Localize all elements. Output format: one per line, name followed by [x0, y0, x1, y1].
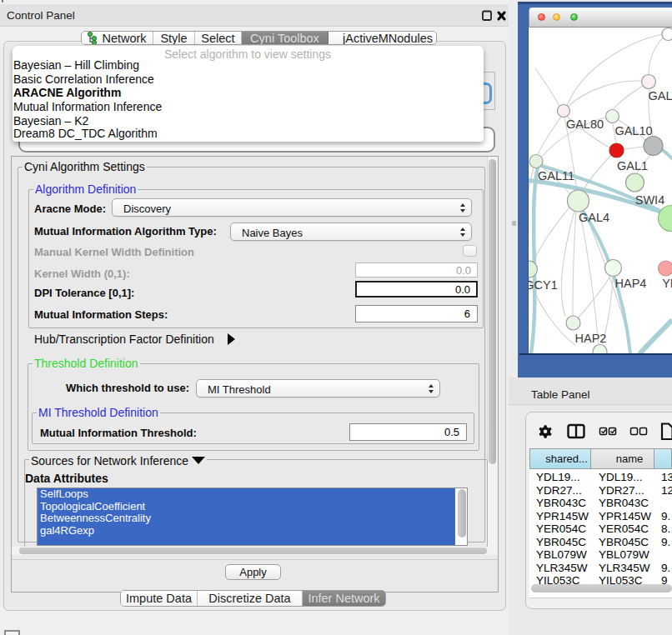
svg-text:GAL11: GAL11	[538, 169, 574, 182]
svg-text:GAL80: GAL80	[566, 118, 604, 131]
svg-text:GAL7: GAL7	[648, 89, 672, 102]
svg-text:HAP4: HAP4	[615, 277, 647, 290]
svg-text:GAL10: GAL10	[614, 124, 652, 138]
svg-text:HAP2: HAP2	[575, 332, 607, 345]
svg-text:GAL4: GAL4	[579, 211, 609, 224]
svg-text:GAL1: GAL1	[617, 159, 648, 172]
svg-text:GCY1: GCY1	[529, 278, 558, 292]
svg-text:YM: YM	[662, 277, 672, 290]
svg-text:SWI4: SWI4	[635, 193, 664, 207]
